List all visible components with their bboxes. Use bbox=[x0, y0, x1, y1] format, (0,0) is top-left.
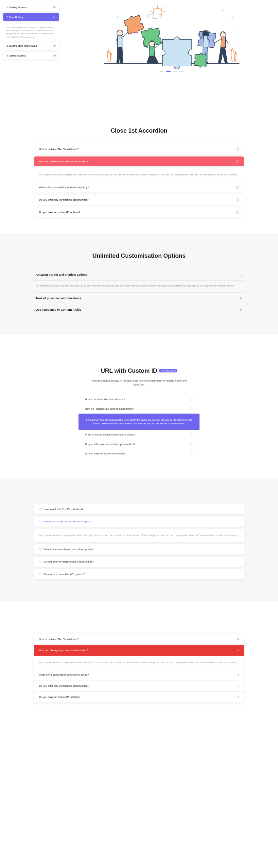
accordion-item-label: How do I change my current subscription? bbox=[39, 649, 88, 652]
accordion-item[interactable]: Do you offer any partnership opportuniti… bbox=[34, 195, 244, 205]
accordion-item[interactable]: Amazing border and shadow options bbox=[34, 269, 244, 281]
accordion-item-label: Do you offer any partnership opportuniti… bbox=[44, 560, 93, 563]
accordion-item-label: How to activate The Plus Addons? bbox=[39, 148, 79, 151]
accordion-item[interactable]: What is the cancellation and refund poli… bbox=[34, 544, 244, 554]
accordion-item[interactable]: How to activate The Plus Addons? bbox=[34, 504, 244, 514]
section-url-custom-id: URL with Custom ID Recently Added You ca… bbox=[0, 335, 278, 478]
svg-point-23 bbox=[236, 186, 239, 189]
accordion-item-label: How to activate The Plus Addons? bbox=[85, 398, 125, 401]
accordion-item[interactable]: Do you have an active API options? bbox=[79, 449, 199, 458]
plus-icon bbox=[190, 433, 193, 436]
chevron-icon bbox=[236, 147, 239, 151]
svg-point-4 bbox=[116, 16, 119, 19]
accordion-list: How to activate The Plus Addons? How do … bbox=[34, 144, 244, 217]
accordion-item-label: How do I change my current subscription? bbox=[39, 160, 88, 163]
accordion-item[interactable]: Do you offer any partnership opportuniti… bbox=[34, 557, 244, 567]
accordion-item[interactable]: What is the cancellation and refund poli… bbox=[34, 183, 244, 192]
accordion-item-label: What is the cancellation and refund poli… bbox=[39, 673, 89, 676]
chevron-icon bbox=[236, 186, 239, 189]
eye-icon bbox=[53, 44, 56, 47]
accordion-item[interactable]: How do I change my current subscription? bbox=[79, 404, 199, 413]
svg-point-13 bbox=[110, 53, 112, 55]
section-title: Close 1st Accordion bbox=[6, 127, 272, 134]
svg-point-14 bbox=[230, 49, 232, 51]
accordion-content: For a person who has conquered his lower… bbox=[34, 656, 244, 670]
accordion-item-1[interactable]: 1. Starting Business bbox=[3, 3, 59, 11]
section-customisation: Unlimited Customisation Options Amazing … bbox=[0, 233, 278, 335]
accordion-item[interactable]: How to activate The Plus Addons? bbox=[34, 144, 244, 154]
title-row: URL with Custom ID Recently Added bbox=[101, 368, 177, 374]
accordion-item-label: Do you offer any partnership opportuniti… bbox=[39, 684, 89, 687]
accordion-item-3[interactable]: 3. Working Hard behind Goals bbox=[3, 42, 59, 50]
svg-point-22 bbox=[236, 160, 239, 163]
svg-point-15 bbox=[235, 52, 237, 54]
carousel-dot[interactable] bbox=[179, 71, 184, 72]
accordion-item-label: Do you have an active API options? bbox=[39, 211, 80, 214]
recently-added-badge: Recently Added bbox=[159, 369, 177, 372]
accordion-item-label: Amazing border and shadow options bbox=[36, 273, 87, 276]
svg-point-25 bbox=[236, 211, 239, 214]
accordion-list: How to activate The Plus Addons? How do … bbox=[79, 395, 199, 458]
accordion-item[interactable]: How do I change my current subscription?… bbox=[34, 645, 244, 656]
carousel-dots bbox=[160, 71, 184, 72]
accordion-left-list: 1. Starting Business 2. Team Building Fo… bbox=[3, 3, 59, 72]
accordion-item[interactable]: Do you offer any partnership opportuniti… bbox=[34, 680, 244, 691]
accordion-item[interactable]: Do you have an active API options? bbox=[34, 569, 244, 579]
move-icon bbox=[239, 308, 242, 311]
svg-point-12 bbox=[107, 51, 109, 53]
accordion-item[interactable]: How do I change my current subscription? bbox=[34, 517, 244, 527]
chevron-icon bbox=[236, 160, 239, 163]
accordion-item-label: Do you have an active API options? bbox=[39, 695, 80, 699]
section-subtitle: You can setup individual id for each acc… bbox=[90, 379, 188, 387]
accordion-item[interactable]: Do you have an active API options? + bbox=[34, 691, 244, 702]
plus-icon: + bbox=[237, 695, 239, 699]
accordion-item-2[interactable]: 2. Team Building bbox=[3, 13, 59, 21]
accordion-item[interactable]: How do I change my current subscription? bbox=[34, 156, 244, 166]
illustration-panel bbox=[69, 3, 275, 72]
svg-point-6 bbox=[222, 9, 225, 12]
svg-point-7 bbox=[231, 16, 233, 18]
accordion-item-label: 2. Team Building bbox=[6, 16, 24, 18]
section-tag-style: How to activate The Plus Addons? How do … bbox=[0, 478, 278, 601]
move-icon bbox=[239, 297, 242, 300]
section-title: Unlimited Customisation Options bbox=[6, 252, 272, 259]
eye-off-icon bbox=[53, 16, 56, 18]
svg-point-8 bbox=[231, 28, 233, 30]
carousel-dot[interactable] bbox=[160, 71, 164, 72]
accordion-list: Amazing border and shadow options For a … bbox=[34, 269, 244, 315]
accordion-item[interactable]: How to activate The Plus Addons? + bbox=[34, 634, 244, 645]
plus-icon bbox=[190, 407, 193, 410]
section-team-building: 1. Starting Business 2. Team Building Fo… bbox=[0, 0, 278, 91]
svg-point-3 bbox=[54, 55, 55, 56]
svg-point-5 bbox=[112, 23, 114, 25]
accordion-item-label: 4. Getting Success bbox=[6, 55, 26, 57]
accordion-item[interactable]: What is the cancellation and refund poli… bbox=[79, 430, 199, 439]
carousel-dot[interactable] bbox=[173, 71, 177, 72]
accordion-item[interactable]: What is the cancellation and refund poli… bbox=[34, 670, 244, 680]
accordion-item-label: 1. Starting Business bbox=[6, 6, 27, 8]
accordion-item-label: How do I change my current subscription? bbox=[44, 520, 92, 523]
svg-point-2 bbox=[54, 45, 55, 46]
svg-point-0 bbox=[54, 7, 55, 7]
accordion-item[interactable]: Do you offer any partnership opportuniti… bbox=[79, 439, 199, 449]
plus-icon: + bbox=[237, 638, 239, 641]
accordion-item[interactable]: How to activate The Plus Addons? bbox=[79, 395, 199, 404]
accordion-content: For a person who has conquered his lower… bbox=[34, 281, 244, 293]
teamwork-illustration bbox=[69, 3, 275, 69]
accordion-content: For a person who has conquered his lower… bbox=[3, 23, 59, 42]
carousel-dot[interactable] bbox=[166, 71, 171, 72]
tag-icon bbox=[39, 548, 41, 551]
accordion-item-label: How to activate The Plus Addons? bbox=[39, 638, 79, 641]
accordion-item-4[interactable]: 4. Getting Success bbox=[3, 52, 59, 59]
accordion-item[interactable]: Tons of possible customisations bbox=[34, 293, 244, 304]
accordion-item-label: What is the cancellation and refund poli… bbox=[39, 186, 89, 189]
accordion-item-label: Do you have an active API options? bbox=[44, 573, 85, 576]
accordion-list: How to activate The Plus Addons? How do … bbox=[34, 504, 244, 579]
accordion-item-label: How do I change my current subscription? bbox=[85, 407, 134, 410]
plus-icon bbox=[190, 398, 193, 401]
accordion-item[interactable]: Do you have an active API options? bbox=[34, 208, 244, 217]
accordion-item-label: Tons of possible customisations bbox=[36, 297, 81, 300]
accordion-item[interactable]: Use Templates or Content inside bbox=[34, 304, 244, 315]
chevron-icon bbox=[236, 211, 239, 214]
accordion-item-label: How to activate The Plus Addons? bbox=[44, 508, 83, 510]
